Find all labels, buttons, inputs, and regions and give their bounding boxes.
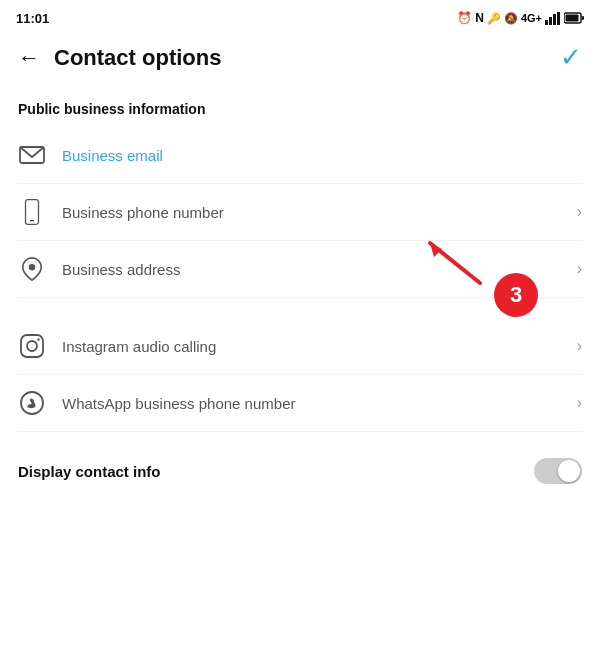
display-contact-info-label: Display contact info [18, 463, 161, 480]
status-time: 11:01 [16, 11, 49, 26]
signal-bars-icon [545, 12, 561, 25]
svg-point-14 [27, 341, 37, 351]
menu-item-left: Instagram audio calling [18, 332, 216, 360]
menu-item-left: Business email [18, 141, 163, 169]
whatsapp-icon [18, 389, 46, 417]
menu-item-business-address[interactable]: Business address › [0, 241, 600, 297]
signal-text: 4G+ [521, 12, 542, 24]
location-icon [18, 255, 46, 283]
status-icons: ⏰ N 🔑 🔕 4G+ [457, 11, 584, 25]
display-contact-info-row[interactable]: Display contact info [0, 442, 600, 500]
key-icon: 🔑 [487, 12, 501, 25]
mute-icon: 🔕 [504, 12, 518, 25]
menu-item-business-phone[interactable]: Business phone number › [0, 184, 600, 240]
instagram-audio-label: Instagram audio calling [62, 338, 216, 355]
header: ← Contact options ✓ [0, 32, 600, 83]
svg-rect-5 [566, 15, 579, 22]
svg-rect-3 [557, 12, 560, 25]
menu-item-left: Business address [18, 255, 180, 283]
battery-icon [564, 12, 584, 24]
business-email-label: Business email [62, 147, 163, 164]
chevron-icon: › [577, 203, 582, 221]
confirm-button[interactable]: ✓ [560, 42, 582, 73]
section-title-public-business: Public business information [0, 83, 600, 127]
svg-rect-2 [553, 14, 556, 25]
business-phone-label: Business phone number [62, 204, 224, 221]
svg-rect-6 [582, 16, 584, 20]
notification-icon: N [475, 11, 484, 25]
menu-item-left: Business phone number [18, 198, 224, 226]
chevron-icon: › [577, 337, 582, 355]
chevron-icon: › [577, 394, 582, 412]
divider [18, 431, 582, 432]
display-contact-info-toggle[interactable] [534, 458, 582, 484]
divider [18, 297, 582, 298]
status-bar: 11:01 ⏰ N 🔑 🔕 4G+ [0, 0, 600, 32]
business-address-label: Business address [62, 261, 180, 278]
phone-icon [18, 198, 46, 226]
menu-item-instagram-audio[interactable]: Instagram audio calling › [0, 318, 600, 374]
chevron-icon: › [577, 260, 582, 278]
menu-item-business-address-wrapper: Business address › 3 [0, 241, 600, 297]
svg-rect-0 [545, 20, 548, 25]
menu-item-left: WhatsApp business phone number [18, 389, 295, 417]
svg-point-15 [37, 338, 39, 340]
svg-point-10 [29, 264, 36, 271]
svg-rect-1 [549, 17, 552, 25]
whatsapp-label: WhatsApp business phone number [62, 395, 295, 412]
menu-item-whatsapp[interactable]: WhatsApp business phone number › [0, 375, 600, 431]
menu-item-business-email[interactable]: Business email [0, 127, 600, 183]
back-button[interactable]: ← [18, 45, 40, 71]
header-left: ← Contact options [18, 45, 221, 71]
alarm-icon: ⏰ [457, 11, 472, 25]
email-icon [18, 141, 46, 169]
svg-rect-13 [21, 335, 43, 357]
instagram-icon [18, 332, 46, 360]
page-title: Contact options [54, 45, 221, 71]
